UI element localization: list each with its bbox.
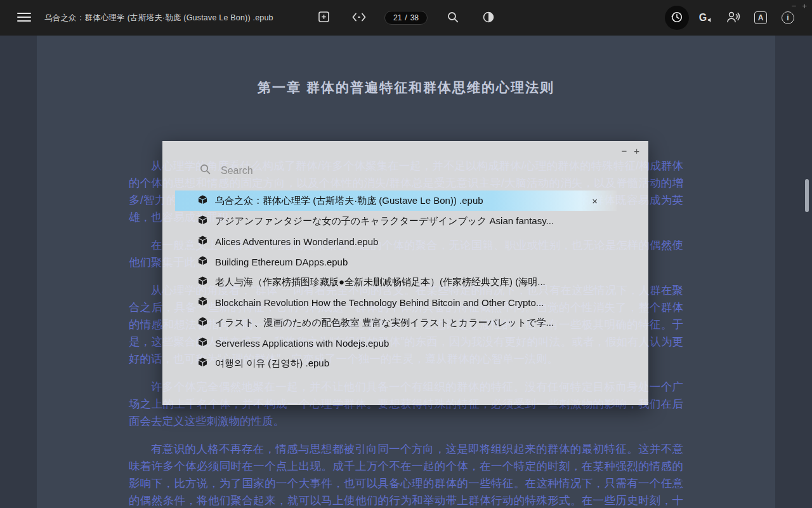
navigation-brackets-button[interactable] — [349, 8, 369, 28]
search-input[interactable] — [219, 164, 623, 177]
book-icon — [198, 215, 207, 227]
chapter-title: 第一章 群体的普遍特征和群体思维的心理法则 — [129, 79, 683, 97]
book-list-item[interactable]: 乌合之众：群体心理学 (古斯塔夫·勒庞 (Gustave Le Bon)) .e… — [175, 190, 617, 211]
book-list-item-label: 乌合之众：群体心理学 (古斯塔夫·勒庞 (Gustave Le Bon)) .e… — [215, 195, 483, 207]
menu-button[interactable] — [14, 8, 34, 28]
remove-book-icon[interactable]: × — [584, 196, 598, 206]
window-zoom-controls: − + — [792, 2, 807, 11]
book-switcher-dialog: − + 乌合之众：群体心理学 (古斯塔夫·勒庞 (Gustave Le Bon)… — [162, 141, 648, 405]
book-list-item[interactable]: イラスト、漫画のための配色教室 豊富な実例イラストとカラーパレットで学... — [175, 312, 617, 333]
dialog-controls: − + — [162, 146, 648, 157]
book-list-item[interactable]: 老人与海（作家榜插图珍藏版●全新未删减畅销足本）(作家榜经典文库) (海明... — [175, 272, 617, 292]
book-icon — [198, 358, 207, 369]
scrollbar-thumb[interactable] — [805, 179, 809, 212]
paragraph: 有意识的人格不再存在，情感与思想都被引向同一个方向，这是即将组织起来的群体的最初… — [129, 441, 683, 508]
book-list-item[interactable]: Building Ethereum DApps.epub — [175, 251, 617, 272]
book-icon — [198, 256, 207, 267]
book-list-item-label: アジアンファンタジーな女の子のキャラクターデザインブック Asian fanta… — [215, 215, 554, 227]
zoom-in-icon[interactable]: + — [802, 2, 807, 11]
dialog-grow-icon[interactable]: + — [634, 146, 639, 157]
book-icon — [198, 276, 207, 288]
add-note-button[interactable] — [313, 8, 334, 28]
book-icon — [198, 317, 207, 328]
book-list-item-label: Serverless Applications with Nodejs.epub — [215, 338, 389, 349]
book-icon — [198, 236, 207, 247]
info-icon: i — [782, 11, 794, 24]
book-list-item-label: イラスト、漫画のための配色教室 豊富な実例イラストとカラーパレットで学... — [215, 317, 554, 329]
zoom-out-icon[interactable]: − — [792, 2, 797, 11]
brightness-button[interactable] — [478, 8, 499, 28]
history-icon — [671, 11, 683, 25]
read-aloud-button[interactable] — [723, 8, 743, 28]
search-row — [162, 157, 648, 185]
book-list-item-label: Alices Adventures in Wonderland.epub — [215, 236, 378, 247]
brightness-icon — [482, 11, 495, 25]
book-title: 乌合之众：群体心理学 (古斯塔夫·勒庞 (Gustave Le Bon)) .e… — [44, 13, 273, 23]
dialog-search-icon — [199, 163, 211, 178]
topbar: 乌合之众：群体心理学 (古斯塔夫·勒庞 (Gustave Le Bon)) .e… — [0, 0, 812, 36]
book-list-item[interactable]: Alices Adventures in Wonderland.epub — [175, 231, 617, 251]
book-list: 乌合之众：群体心理学 (古斯塔夫·勒庞 (Gustave Le Bon)) .e… — [175, 190, 617, 373]
book-icon — [198, 297, 207, 308]
square-plus-icon — [317, 11, 329, 25]
tts-button[interactable]: G — [696, 8, 716, 28]
tts-icon: G — [699, 12, 713, 23]
search-button[interactable] — [443, 8, 463, 28]
font-settings-icon: A — [754, 11, 767, 24]
angle-brackets-icon — [352, 13, 366, 23]
book-list-item-label: Blockchain Revolution How the Technology… — [215, 297, 544, 308]
page-current: 21 — [393, 13, 402, 22]
page-separator: / — [405, 13, 407, 22]
book-icon — [198, 337, 207, 349]
book-list-item[interactable]: Serverless Applications with Nodejs.epub — [175, 333, 617, 353]
book-list-item-label: 여행의 이유 (김영하) .epub — [215, 358, 329, 370]
dialog-shrink-icon[interactable]: − — [621, 146, 627, 157]
page-indicator[interactable]: 21 / 38 — [384, 11, 428, 25]
book-icon — [198, 195, 207, 206]
book-list-item[interactable]: 여행의 이유 (김영하) .epub — [175, 353, 617, 373]
font-settings-button[interactable]: A — [750, 8, 771, 28]
search-icon — [447, 11, 459, 25]
history-button[interactable] — [665, 6, 689, 30]
book-list-item-label: Building Ethereum DApps.epub — [215, 257, 348, 267]
book-list-item[interactable]: アジアンファンタジーな女の子のキャラクターデザインブック Asian fanta… — [175, 211, 617, 231]
hamburger-icon — [17, 12, 31, 24]
page-total: 38 — [410, 13, 419, 22]
book-list-item[interactable]: Blockchain Revolution How the Technology… — [175, 292, 617, 312]
book-list-item-label: 老人与海（作家榜插图珍藏版●全新未删减畅销足本）(作家榜经典文库) (海明... — [215, 276, 546, 288]
read-aloud-icon — [726, 11, 740, 25]
